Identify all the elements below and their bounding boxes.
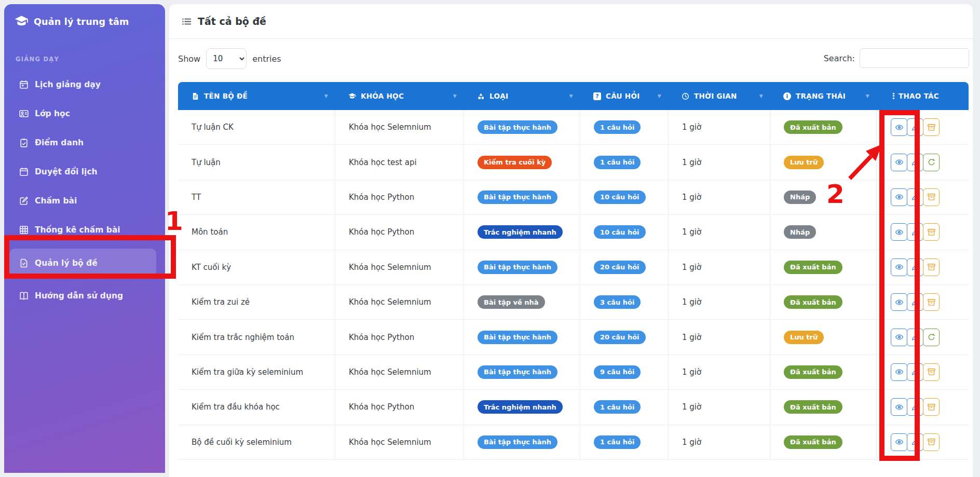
- restore-icon: [927, 333, 936, 342]
- archive-button[interactable]: [923, 258, 940, 276]
- sort-caret: ▼: [453, 93, 457, 99]
- sidebar-item-attendance[interactable]: Điểm danh: [9, 132, 156, 153]
- cell-course: Khóa học Selemnium: [335, 110, 464, 144]
- duration-value: 1 giờ: [682, 367, 701, 377]
- course-name: Khóa học Selemnium: [349, 367, 431, 377]
- sort-caret: ▼: [569, 93, 573, 99]
- cell-actions: [876, 110, 969, 144]
- view-button[interactable]: [891, 223, 907, 241]
- cell-course: Khóa học Python: [335, 320, 464, 354]
- sidebar: Quản lý trung tâm GIẢNG DẠY Lịch giảng d…: [4, 4, 165, 473]
- sidebar-item-classes[interactable]: Lớp học: [9, 103, 156, 124]
- exam-set-name: Tự luận: [192, 158, 221, 167]
- calendar-icon: [19, 167, 29, 176]
- view-button[interactable]: [891, 154, 907, 171]
- view-button[interactable]: [891, 398, 907, 416]
- info-icon: i: [783, 92, 791, 100]
- graduation-cap-icon: [15, 15, 29, 29]
- page-size-select[interactable]: 10: [206, 48, 247, 69]
- archive-button[interactable]: [923, 398, 940, 416]
- edit-button[interactable]: [907, 363, 923, 381]
- column-header-questions[interactable]: ? CÂU HỎI ▼: [580, 82, 668, 110]
- column-header-course[interactable]: KHÓA HỌC ▼: [335, 82, 464, 110]
- edit-button[interactable]: [907, 329, 923, 346]
- edit-button[interactable]: [907, 293, 923, 311]
- cell-status: Đã xuất bản: [770, 285, 876, 319]
- exam-set-name: Môn toán: [192, 227, 228, 237]
- archive-button[interactable]: [923, 223, 940, 241]
- pencil-icon: [911, 438, 920, 446]
- classroom-icon: [19, 109, 29, 118]
- column-header-status[interactable]: i TRẠNG THÁI ▼: [770, 82, 876, 110]
- restore-button[interactable]: [923, 154, 940, 171]
- cell-course: Khóa học Python: [335, 180, 464, 214]
- type-badge: Trắc nghiệm nhanh: [478, 400, 563, 414]
- cell-status: Lưu trữ: [770, 145, 876, 179]
- archive-button[interactable]: [923, 188, 940, 206]
- status-badge: Đã xuất bản: [784, 365, 842, 379]
- cell-status: Nháp: [770, 180, 876, 214]
- column-header-type[interactable]: LOẠI ▼: [464, 82, 580, 110]
- restore-button[interactable]: [923, 329, 940, 346]
- archive-icon: [927, 263, 936, 271]
- view-button[interactable]: [891, 329, 907, 346]
- book-icon: [19, 291, 29, 301]
- sidebar-item-grading-stats[interactable]: Thống kê chấm bài: [9, 220, 156, 240]
- column-header-name[interactable]: TÊN BỘ ĐỀ ▼: [178, 82, 335, 110]
- eye-icon: [895, 333, 904, 342]
- archive-button[interactable]: [923, 293, 940, 311]
- edit-button[interactable]: [907, 188, 923, 206]
- archive-button[interactable]: [923, 118, 940, 136]
- column-header-duration[interactable]: THỜI GIAN ▼: [668, 82, 770, 110]
- cell-duration: 1 giờ: [668, 145, 770, 179]
- duration-value: 1 giờ: [682, 438, 701, 447]
- edit-button[interactable]: [907, 398, 923, 416]
- edit-button[interactable]: [907, 258, 923, 276]
- cell-questions: 20 câu hỏi: [580, 250, 668, 284]
- cell-exam-set-name: Kiểm tra đầu khóa học: [178, 390, 335, 424]
- cell-type: Bài tập thực hành: [464, 355, 580, 389]
- course-name: Khóa học Python: [349, 193, 414, 202]
- cell-actions: [876, 215, 969, 249]
- view-button[interactable]: [891, 363, 907, 381]
- view-button[interactable]: [891, 118, 907, 136]
- duration-value: 1 giờ: [682, 263, 701, 272]
- course-name: Khóa học Selemnium: [349, 122, 431, 132]
- cell-questions: 20 câu hỏi: [580, 320, 668, 354]
- cell-actions: [876, 320, 969, 354]
- view-button[interactable]: [891, 433, 907, 451]
- archive-button[interactable]: [923, 433, 940, 451]
- edit-button[interactable]: [907, 118, 923, 136]
- sidebar-item-teaching-schedule[interactable]: Lịch giảng dạy: [9, 74, 156, 95]
- pencil-square-icon: [19, 196, 29, 206]
- table-row: Kiểm tra trắc nghiệm toán Khóa học Pytho…: [178, 320, 969, 355]
- edit-button[interactable]: [907, 154, 923, 171]
- sidebar-menu: Lịch giảng dạy Lớp học Điểm danh: [9, 74, 156, 306]
- sidebar-item-user-guide[interactable]: Hướng dẫn sử dụng: [9, 285, 156, 306]
- clipboard-check-icon: [19, 138, 29, 147]
- cell-exam-set-name: Tự luận CK: [178, 110, 335, 144]
- sidebar-item-grading[interactable]: Chấm bài: [9, 190, 156, 211]
- sidebar-item-exam-sets[interactable]: Quản lý bộ đề: [9, 249, 156, 277]
- view-button[interactable]: [891, 293, 907, 311]
- sidebar-item-schedule-approval[interactable]: Duyệt đổi lịch: [9, 161, 156, 182]
- sidebar-item-label: Lớp học: [35, 109, 70, 118]
- view-button[interactable]: [891, 258, 907, 276]
- edit-button[interactable]: [907, 433, 923, 451]
- exam-sets-table: TÊN BỘ ĐỀ ▼ KHÓA HỌC ▼: [178, 82, 969, 460]
- archive-button[interactable]: [923, 363, 940, 381]
- search-input[interactable]: [860, 48, 969, 68]
- status-badge: Đã xuất bản: [784, 120, 842, 134]
- duration-value: 1 giờ: [682, 402, 701, 412]
- eye-icon: [895, 123, 904, 132]
- view-button[interactable]: [891, 188, 907, 206]
- question-count-badge: 10 câu hỏi: [594, 190, 646, 204]
- exam-set-name: Bộ đề cuối kỳ seleminium: [192, 438, 292, 447]
- cell-duration: 1 giờ: [668, 390, 770, 424]
- cell-duration: 1 giờ: [668, 355, 770, 389]
- pencil-icon: [911, 123, 920, 132]
- cell-course: Khóa học test api: [335, 145, 464, 179]
- course-name: Khóa học Python: [349, 227, 414, 237]
- edit-button[interactable]: [907, 223, 923, 241]
- table-row: Kiểm tra zui zẻ Khóa học Selemnium Bài t…: [178, 285, 969, 320]
